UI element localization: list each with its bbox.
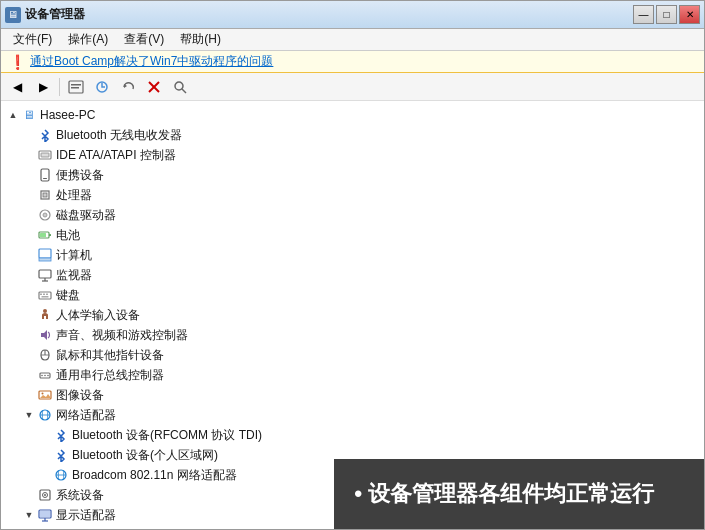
icon-mouse	[37, 347, 53, 363]
expand-icon-monitor	[21, 267, 37, 283]
label-portable: 便携设备	[56, 167, 104, 184]
tree-item-battery[interactable]: 电池	[1, 225, 704, 245]
rollback-button[interactable]	[116, 76, 140, 98]
svg-rect-27	[43, 294, 45, 296]
expand-icon-computer: ▲	[5, 107, 21, 123]
tree-item-mouse[interactable]: 鼠标和其他指针设备	[1, 345, 704, 365]
label-human: 人体学输入设备	[56, 307, 140, 324]
label-bluetooth: Bluetooth 无线电收发器	[56, 127, 182, 144]
expand-icon-bt-pan	[37, 447, 53, 463]
label-keyboard: 键盘	[56, 287, 80, 304]
notification-link[interactable]: 通过Boot Camp解决了Win7中驱动程序的问题	[30, 54, 273, 68]
tree-item-bluetooth[interactable]: Bluetooth 无线电收发器	[1, 125, 704, 145]
tree-item-computer[interactable]: ▲ 🖥 Hasee-PC	[1, 105, 704, 125]
uninstall-button[interactable]	[142, 76, 166, 98]
device-manager-window: 🖥 设备管理器 — □ ✕ 文件(F) 操作(A) 查看(V) 帮助(H) ❗ …	[0, 0, 705, 530]
expand-icon-human	[21, 307, 37, 323]
label-bt-rfcomm: Bluetooth 设备(RFCOMM 协议 TDI)	[72, 427, 262, 444]
expand-icon-keyboard	[21, 287, 37, 303]
icon-battery	[37, 227, 53, 243]
title-bar-left: 🖥 设备管理器	[5, 6, 85, 23]
tree-item-serial[interactable]: 通用串行总线控制器	[1, 365, 704, 385]
svg-rect-1	[71, 84, 81, 86]
tree-item-cpu[interactable]: 处理器	[1, 185, 704, 205]
expand-icon-nvidia	[37, 527, 53, 529]
expand-icon-battery	[21, 227, 37, 243]
label-battery: 电池	[56, 227, 80, 244]
scan-button[interactable]	[168, 76, 192, 98]
window-icon: 🖥	[5, 7, 21, 23]
tree-item-calc[interactable]: 计算机	[1, 245, 704, 265]
icon-keyboard	[37, 287, 53, 303]
menu-help[interactable]: 帮助(H)	[172, 29, 229, 50]
icon-image	[37, 387, 53, 403]
menu-view[interactable]: 查看(V)	[116, 29, 172, 50]
icon-calc	[37, 247, 53, 263]
tree-item-network[interactable]: ▼ 网络适配器	[1, 405, 704, 425]
tree-item-disk[interactable]: 磁盘驱动器	[1, 205, 704, 225]
minimize-button[interactable]: —	[633, 5, 654, 24]
svg-rect-10	[41, 153, 49, 157]
tree-item-monitor[interactable]: 监视器	[1, 265, 704, 285]
svg-point-38	[42, 393, 44, 395]
svg-line-8	[182, 89, 186, 93]
expand-icon-calc	[21, 247, 37, 263]
label-display: 显示适配器	[56, 507, 116, 524]
svg-rect-25	[39, 292, 51, 299]
overlay-text: 设备管理器各组件均正常运行	[368, 479, 654, 509]
expand-icon-audio	[21, 327, 37, 343]
icon-cpu	[37, 187, 53, 203]
notification-bar: ❗ 通过Boot Camp解决了Win7中驱动程序的问题	[1, 51, 704, 73]
tree-item-image[interactable]: 图像设备	[1, 385, 704, 405]
label-calc: 计算机	[56, 247, 92, 264]
label-bt-pan: Bluetooth 设备(个人区域网)	[72, 447, 218, 464]
icon-computer: 🖥	[21, 107, 37, 123]
label-nvidia: NVIDIA GeForce 320M	[72, 528, 195, 529]
expand-icon-ide	[21, 147, 37, 163]
notification-text: 通过Boot Camp解决了Win7中驱动程序的问题	[30, 53, 273, 70]
icon-bt-pan	[53, 447, 69, 463]
svg-rect-26	[40, 294, 42, 296]
icon-nvidia: nV	[53, 527, 69, 529]
svg-point-36	[47, 375, 49, 377]
expand-icon-disk	[21, 207, 37, 223]
svg-point-34	[41, 375, 43, 377]
close-button[interactable]: ✕	[679, 5, 700, 24]
expand-icon-system	[21, 487, 37, 503]
icon-portable	[37, 167, 53, 183]
tree-item-bt-rfcomm[interactable]: Bluetooth 设备(RFCOMM 协议 TDI)	[1, 425, 704, 445]
back-button[interactable]: ◀	[5, 76, 29, 98]
properties-button[interactable]	[64, 76, 88, 98]
menu-file[interactable]: 文件(F)	[5, 29, 60, 50]
tree-item-keyboard[interactable]: 键盘	[1, 285, 704, 305]
tree-item-audio[interactable]: 声音、视频和游戏控制器	[1, 325, 704, 345]
icon-display	[37, 507, 53, 523]
svg-rect-11	[41, 169, 49, 181]
expand-icon-cpu	[21, 187, 37, 203]
expand-icon-serial	[21, 367, 37, 383]
label-audio: 声音、视频和游戏控制器	[56, 327, 188, 344]
svg-point-45	[44, 494, 46, 496]
svg-point-16	[43, 213, 47, 217]
forward-button[interactable]: ▶	[31, 76, 55, 98]
window-title: 设备管理器	[25, 6, 85, 23]
tree-item-human[interactable]: 人体学输入设备	[1, 305, 704, 325]
tree-item-ide[interactable]: IDE ATA/ATAPI 控制器	[1, 145, 704, 165]
icon-monitor	[37, 267, 53, 283]
svg-rect-2	[71, 87, 79, 89]
icon-system	[37, 487, 53, 503]
toolbar-separator-1	[59, 78, 60, 96]
window-controls: — □ ✕	[633, 5, 700, 24]
menu-action[interactable]: 操作(A)	[60, 29, 116, 50]
label-serial: 通用串行总线控制器	[56, 367, 164, 384]
status-overlay: • 设备管理器各组件均正常运行	[334, 459, 704, 529]
tree-item-portable[interactable]: 便携设备	[1, 165, 704, 185]
svg-point-7	[175, 82, 183, 90]
update-button[interactable]	[90, 76, 114, 98]
maximize-button[interactable]: □	[656, 5, 677, 24]
label-mouse: 鼠标和其他指针设备	[56, 347, 164, 364]
label-monitor: 监视器	[56, 267, 92, 284]
icon-network	[37, 407, 53, 423]
expand-icon-bt-rfcomm	[37, 427, 53, 443]
expand-icon-network: ▼	[21, 407, 37, 423]
